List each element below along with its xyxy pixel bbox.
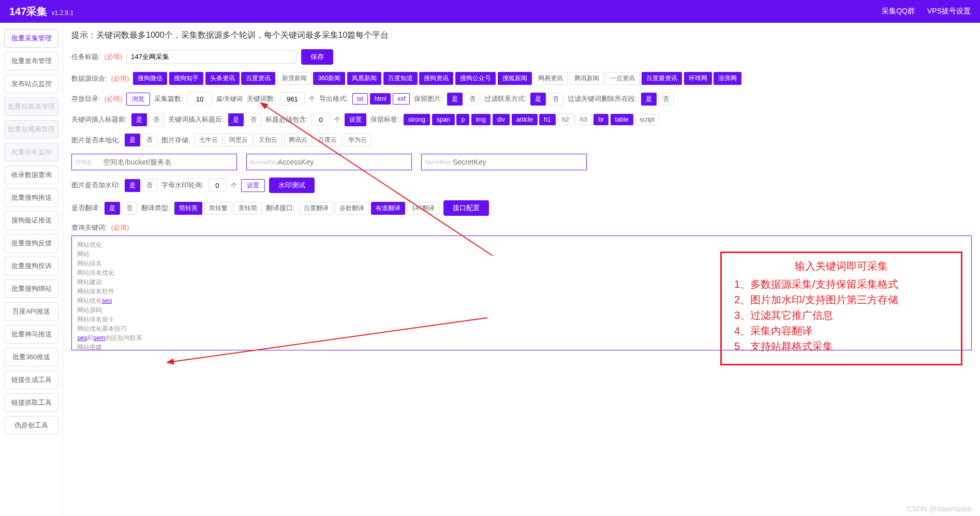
sidebar-item-10[interactable]: 批量搜狗投诉 <box>4 257 58 275</box>
data-source-tag-0[interactable]: 搜狗微信 <box>133 72 167 85</box>
sidebar-item-7[interactable]: 批量搜狗推送 <box>4 188 58 207</box>
space-input[interactable] <box>76 155 232 169</box>
translate-tag-0[interactable]: 是 <box>105 202 120 215</box>
data-source-tag-1[interactable]: 搜狗知乎 <box>169 72 203 85</box>
export-tag-2[interactable]: xxf <box>393 93 410 105</box>
data-source-tag-8[interactable]: 搜狗资讯 <box>419 72 453 85</box>
kw-after-tag-1[interactable]: 否 <box>246 113 261 126</box>
img-store-tag-5[interactable]: 华为云 <box>344 134 372 146</box>
save-button[interactable]: 保存 <box>301 49 333 65</box>
translate-tag-1[interactable]: 否 <box>122 202 137 215</box>
sidebar-item-12[interactable]: 百度API推送 <box>4 302 58 321</box>
data-source-tag-9[interactable]: 搜狗公众号 <box>455 72 496 85</box>
space-prefix: 空间名 <box>75 158 92 166</box>
browse-button[interactable]: 浏览 <box>126 93 150 106</box>
translate-type-tag-2[interactable]: 英转简 <box>234 202 262 215</box>
sidebar-item-16[interactable]: 链接抓取工具 <box>4 393 58 412</box>
img-local-tag-1[interactable]: 否 <box>142 134 157 146</box>
img-store-tag-2[interactable]: 又拍云 <box>254 134 282 146</box>
img-local-tag-0[interactable]: 是 <box>125 134 140 146</box>
export-tag-0[interactable]: txt <box>352 93 368 105</box>
data-source-tag-14[interactable]: 百度最资讯 <box>642 72 682 85</box>
translate-api-tag-0[interactable]: 百度翻译 <box>299 202 333 215</box>
keep-tag-8[interactable]: h3 <box>575 114 591 125</box>
data-source-tag-2[interactable]: 头条资讯 <box>205 72 240 85</box>
keep-tag-7[interactable]: h2 <box>557 114 573 125</box>
keep-tag-10[interactable]: table <box>611 114 633 125</box>
sidebar-item-1[interactable]: 批量发布管理 <box>4 52 58 70</box>
watermark-tag-1[interactable]: 否 <box>142 179 157 192</box>
sidebar-item-8[interactable]: 搜狗验证推送 <box>4 211 58 230</box>
img-store-tag-0[interactable]: 七牛云 <box>195 134 222 146</box>
alpha-wm-input[interactable] <box>208 179 227 192</box>
export-tag-1[interactable]: html <box>370 93 391 105</box>
keep-tag-1[interactable]: span <box>432 114 455 125</box>
data-source-tag-6[interactable]: 凤凰新闻 <box>347 72 381 85</box>
query-label: 查询关键词: <box>71 223 107 232</box>
secret-key-field[interactable]: SecretKey <box>421 154 587 170</box>
keep-tag-9[interactable]: br <box>593 114 608 125</box>
kw-before-tag-1[interactable]: 否 <box>149 113 164 126</box>
data-source-tag-7[interactable]: 百度知道 <box>383 72 418 85</box>
filter-contact-tag-0[interactable]: 是 <box>530 93 546 106</box>
access-key-field[interactable]: AccessKey <box>246 154 412 170</box>
keep-tag-0[interactable]: strong <box>404 114 430 125</box>
data-source-tag-16[interactable]: 澎湃网 <box>714 72 741 85</box>
img-store-tag-4[interactable]: 百度云 <box>314 134 341 146</box>
keyword-textarea[interactable]: 网站优化网站网站排名网站排名优化网站建设网站排名软件网站优化seo网站源码网站排… <box>71 235 972 350</box>
keep-tag-5[interactable]: article <box>512 114 538 125</box>
sidebar-item-6[interactable]: 收录数据查询 <box>4 166 58 184</box>
data-source-tag-13[interactable]: 一点资讯 <box>605 72 640 85</box>
query-required: (必填) <box>111 223 129 232</box>
data-source-tag-3[interactable]: 百度资讯 <box>241 72 275 85</box>
translate-config-button[interactable]: 接口配置 <box>443 200 489 216</box>
translate-api-tag-2[interactable]: 有道翻译 <box>371 202 405 215</box>
keyword-line-6: 网站优化seo <box>77 296 966 305</box>
sidebar-item-11[interactable]: 批量搜狗绑站 <box>4 279 58 298</box>
watermark-test-button[interactable]: 水印测试 <box>269 178 315 193</box>
title-must-set-button[interactable]: 设置 <box>345 113 366 126</box>
keep-tag-6[interactable]: h1 <box>539 114 555 125</box>
filter-kw-tag-1[interactable]: 否 <box>658 93 674 106</box>
translate-api-tag-1[interactable]: 谷歌翻译 <box>335 202 369 215</box>
sidebar-item-0[interactable]: 批量采集管理 <box>4 29 58 48</box>
kw-before-tag-0[interactable]: 是 <box>131 113 147 126</box>
sidebar-item-17[interactable]: 伪原创工具 <box>4 416 58 435</box>
keyword-count-input[interactable] <box>280 92 305 106</box>
app-header: 147采集 v1.2.9.1 采集QQ群 VPS拔号设置 <box>0 0 980 23</box>
keep-img-tag-1[interactable]: 否 <box>465 93 480 106</box>
task-title-input[interactable] <box>126 50 297 64</box>
data-source-tag-10[interactable]: 搜狐新闻 <box>498 72 532 85</box>
data-source-tag-5[interactable]: 360新闻 <box>313 72 345 85</box>
data-source-tag-12[interactable]: 腾讯新闻 <box>570 72 604 85</box>
collect-count-input[interactable] <box>187 92 212 106</box>
keep-tag-4[interactable]: div <box>493 114 510 125</box>
keep-tag-11[interactable]: script <box>635 114 659 125</box>
data-source-tag-4[interactable]: 新浪新闻 <box>277 72 311 85</box>
alpha-wm-set-button[interactable]: 设置 <box>241 179 265 192</box>
translate-type-tag-0[interactable]: 简转英 <box>174 202 202 215</box>
row-query-label: 查询关键词: (必填) <box>71 223 972 232</box>
title-must-input[interactable] <box>311 113 330 126</box>
watermark-tag-0[interactable]: 是 <box>125 179 140 192</box>
img-store-tag-1[interactable]: 阿里云 <box>225 134 253 146</box>
img-store-tag-3[interactable]: 腾讯云 <box>284 134 312 146</box>
data-source-tag-11[interactable]: 网易资讯 <box>533 72 568 85</box>
translate-api-tag-3[interactable]: 147翻译 <box>407 202 439 215</box>
filter-kw-tag-0[interactable]: 是 <box>641 93 657 106</box>
sidebar-item-2[interactable]: 发布站点监控 <box>4 75 58 93</box>
kw-after-tag-0[interactable]: 是 <box>228 113 244 126</box>
keep-img-tag-0[interactable]: 是 <box>447 93 463 106</box>
sidebar-item-14[interactable]: 批量360推送 <box>4 348 58 366</box>
data-source-tag-15[interactable]: 环球网 <box>684 72 712 85</box>
keep-tag-3[interactable]: img <box>471 114 491 125</box>
filter-contact-tag-1[interactable]: 否 <box>548 93 563 106</box>
translate-type-tag-1[interactable]: 简转繁 <box>204 202 232 215</box>
keep-tag-2[interactable]: p <box>456 114 469 125</box>
sidebar-item-9[interactable]: 批量搜狗反馈 <box>4 234 58 253</box>
header-link-qq[interactable]: 采集QQ群 <box>882 7 915 16</box>
sidebar-item-15[interactable]: 链接生成工具 <box>4 371 58 389</box>
space-name-field[interactable]: 空间名 <box>71 154 237 170</box>
sidebar-item-13[interactable]: 批量神马推送 <box>4 325 58 344</box>
header-link-vps[interactable]: VPS拔号设置 <box>927 7 971 16</box>
